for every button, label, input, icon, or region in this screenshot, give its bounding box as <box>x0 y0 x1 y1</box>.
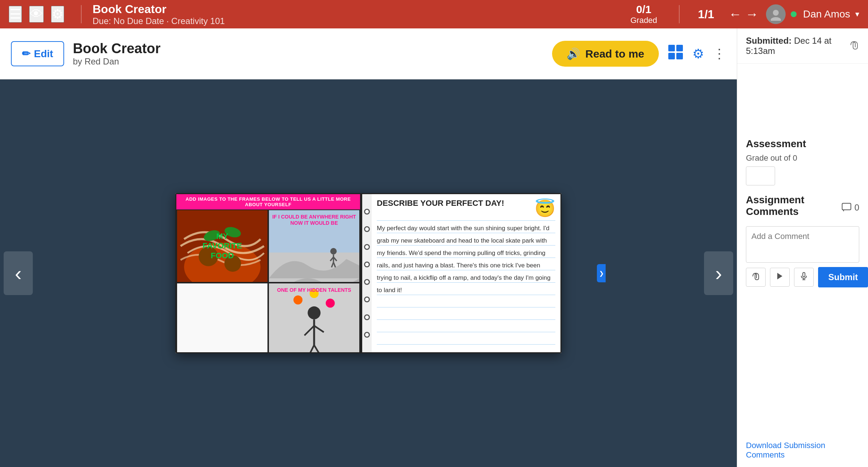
right-page: DESCRIBE YOUR PERFECT DAY! 😇 My perfect … <box>361 193 562 353</box>
hamburger-icon[interactable]: ☰ <box>9 6 22 23</box>
lined-content: DESCRIBE YOUR PERFECT DAY! 😇 My perfect … <box>372 194 560 352</box>
blue-side-tab[interactable]: ❯ <box>597 264 606 282</box>
student-counter: 1/1 <box>698 8 714 21</box>
comment-count-number: 0 <box>855 203 859 213</box>
edit-label: Edit <box>34 48 53 60</box>
svg-rect-2 <box>668 45 675 51</box>
svg-point-28 <box>293 295 302 305</box>
page-heading: DESCRIBE YOUR PERFECT DAY! <box>377 199 504 208</box>
grade-input[interactable] <box>746 166 775 185</box>
user-name: Dan Amos <box>803 8 850 20</box>
comment-count-display: 0 <box>841 203 859 213</box>
dropdown-arrow-icon: ▾ <box>855 9 859 19</box>
attach-comment-button[interactable] <box>746 268 766 287</box>
spiral-1 <box>364 209 370 215</box>
grade-fraction: 0/1 <box>636 3 652 16</box>
page-grid: MYFAVORITEFOOD <box>176 209 360 353</box>
svg-rect-3 <box>676 45 683 51</box>
grid-view-button[interactable] <box>668 44 684 63</box>
viewer-panel: ✏ Edit Book Creator by Red Dan 🔊 Read to… <box>0 28 737 467</box>
assessment-title: Assessment <box>746 138 859 150</box>
svg-point-22 <box>308 306 320 319</box>
page-banner: ADD IMAGES TO THE FRAMES BELOW TO TELL U… <box>176 194 360 209</box>
prev-student-button[interactable]: ← <box>729 7 742 22</box>
top-nav-icons: ☰ 👁 ⚙ <box>9 6 64 23</box>
book-viewer: ‹ ADD IMAGES TO THE FRAMES BELOW TO TELL… <box>0 79 737 467</box>
talent-bg <box>269 283 359 353</box>
svg-point-0 <box>773 10 779 16</box>
speaker-icon: 🔊 <box>567 47 580 60</box>
content-area: ✏ Edit Book Creator by Red Dan 🔊 Read to… <box>0 28 868 467</box>
nav-divider-1 <box>81 5 82 23</box>
spiral-binding <box>362 194 372 352</box>
prev-page-button[interactable]: ‹ <box>4 251 33 295</box>
spacer-1 <box>737 64 868 129</box>
eye-icon[interactable]: 👁 <box>29 6 44 23</box>
edit-button[interactable]: ✏ Edit <box>11 41 64 66</box>
book-subtitle: by Red Dan <box>73 56 543 67</box>
viewer-settings-button[interactable]: ⚙ <box>692 46 704 62</box>
spiral-7 <box>364 314 370 320</box>
submit-comment-button[interactable]: Submit <box>818 267 868 287</box>
svg-point-14 <box>330 248 337 255</box>
more-options-button[interactable]: ⋮ <box>713 46 726 62</box>
submitted-label: Submitted: <box>746 36 791 46</box>
download-submission-link[interactable]: Download Submission Comments <box>737 437 868 467</box>
comments-title: Assignment Comments <box>746 194 841 217</box>
spiral-2 <box>364 226 370 232</box>
side-tab-icon: ❯ <box>599 270 604 277</box>
submitted-text: Submitted: Dec 14 at 5:13am <box>746 36 849 56</box>
attachment-button[interactable] <box>849 40 859 52</box>
left-page: ADD IMAGES TO THE FRAMES BELOW TO TELL U… <box>175 193 361 353</box>
read-to-me-button[interactable]: 🔊 Read to me <box>552 41 659 67</box>
read-to-me-label: Read to me <box>585 48 644 60</box>
pencil-icon: ✏ <box>22 48 30 60</box>
online-dot <box>791 11 797 17</box>
svg-rect-31 <box>842 203 851 210</box>
assessment-section: Assessment Grade out of 0 <box>737 129 868 185</box>
book-title-area: Book Creator by Red Dan <box>73 41 543 67</box>
spiral-4 <box>364 262 370 267</box>
user-menu[interactable]: Dan Amos ▾ <box>766 4 859 24</box>
spiral-6 <box>364 297 370 302</box>
viewer-toolbar: ✏ Edit Book Creator by Red Dan 🔊 Read to… <box>0 28 737 79</box>
assignment-info: Book Creator Due: No Due Date · Creativi… <box>93 3 623 26</box>
nav-arrows: ← → <box>729 7 759 22</box>
svg-rect-4 <box>668 53 675 59</box>
top-nav: ☰ 👁 ⚙ Book Creator Due: No Due Date · Cr… <box>0 0 868 28</box>
food-label: MYFAVORITEFOOD <box>200 229 245 263</box>
settings-nav-icon[interactable]: ⚙ <box>51 6 64 23</box>
spiral-5 <box>364 279 370 285</box>
grade-out-of-label: Grade out of 0 <box>746 153 859 163</box>
svg-point-1 <box>771 17 781 21</box>
next-page-button[interactable]: › <box>704 251 733 295</box>
spiral-3 <box>364 244 370 250</box>
next-student-button[interactable]: → <box>746 7 759 22</box>
submission-info: Submitted: Dec 14 at 5:13am <box>737 28 868 64</box>
grade-info: 0/1 Graded <box>630 3 657 25</box>
assignment-title: Book Creator <box>93 3 623 16</box>
empty-cell <box>176 283 268 353</box>
comment-textarea[interactable] <box>746 226 859 263</box>
comment-actions: Submit <box>746 267 859 287</box>
svg-rect-33 <box>803 272 805 277</box>
skate-cell: IF I COULD BE ANYWHERE RIGHT NOW IT WOUL… <box>268 209 360 283</box>
right-sidebar: Submitted: Dec 14 at 5:13am Assessment G… <box>737 28 868 467</box>
if-i-could-text: IF I COULD BE ANYWHERE RIGHT NOW IT WOUL… <box>269 214 359 226</box>
comments-header: Assignment Comments 0 <box>746 194 859 221</box>
svg-rect-5 <box>676 53 683 59</box>
book-title: Book Creator <box>73 41 543 56</box>
halo-emoji: 😇 <box>535 199 555 218</box>
spiral-8 <box>364 332 370 338</box>
page-body-text: My perfect day would start with the sun … <box>377 220 555 348</box>
audio-comment-button[interactable] <box>794 268 814 287</box>
food-cell: MYFAVORITEFOOD <box>176 209 268 283</box>
svg-point-30 <box>326 299 335 308</box>
comments-section: Assignment Comments 0 <box>737 185 868 437</box>
talent-cell: ONE OF MY HIDDEN TALENTS <box>268 283 360 353</box>
talent-text: ONE OF MY HIDDEN TALENTS <box>269 287 359 293</box>
book-spread: ADD IMAGES TO THE FRAMES BELOW TO TELL U… <box>175 193 562 353</box>
svg-marker-32 <box>777 273 782 279</box>
assignment-due: Due: No Due Date · Creativity 101 <box>93 16 623 26</box>
media-comment-button[interactable] <box>770 268 790 287</box>
